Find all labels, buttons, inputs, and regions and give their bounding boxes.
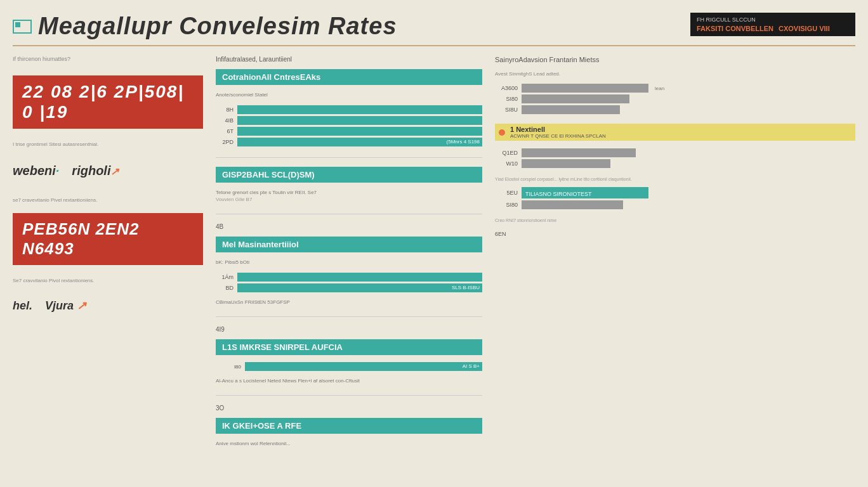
brand-logo-3: hel. — [13, 299, 32, 313]
metric-sub-2: Se7 cravvitanio Pivol rextantioniens. — [13, 277, 203, 284]
brand-logo-4: Vjura ↗ — [45, 299, 86, 313]
bar-row: 6T — [216, 127, 482, 136]
page-container: FH RIGCULL SLCCUN FAKSITI CONVBELLEN CXO… — [0, 0, 868, 487]
top-right-line2: FAKSITI CONVBELLEN CXOVISIGU VIII — [697, 25, 849, 32]
highlight-row: 1 Nextinell ACWNR T QNSE CE El RXHINA SP… — [495, 124, 855, 141]
section1-title: CotrahionAll CntresEAks — [216, 69, 482, 85]
bottom-note-2: Creo RNI7 stionriorstioenl nime — [495, 218, 855, 223]
bar-row: SI80 — [495, 200, 855, 209]
bar-row: 4IB — [216, 116, 482, 125]
brand-logo-2: righoli↗ — [72, 164, 119, 178]
page-title: Meagallupr Convelesim Rates — [38, 13, 397, 40]
left-subtitle-1: If thircenon hiumattes? — [13, 56, 203, 66]
section3-note: CBimaUxSn FRiIStEN 53FGFSP — [216, 299, 482, 305]
section3-sub: bK: Pibsi5 bOti — [216, 259, 482, 265]
right-header: SainyroAdavsion Frantarin Mietss — [495, 56, 855, 63]
top-right-label-a: FAKSITI CONVBELLEN — [697, 25, 773, 32]
section1-bars: 8H 4IB 6T 2PD (5Mnrs 4 S198 — [216, 105, 482, 148]
section3-bars: 1Ám BD SLS B-ISBU — [216, 273, 482, 294]
metric-box-2: PEB56N 2EN2 N6493 — [13, 213, 203, 265]
right-bars-1: A3600 lean SI80 SI8U — [495, 84, 855, 116]
bar-row: 2PD (5Mnrs 4 S198 — [216, 138, 482, 146]
bar-row: BD SLS B-ISBU — [216, 283, 482, 292]
bar-row: I80 AI S B+ — [216, 362, 482, 371]
top-right-box: FH RIGCULL SLCCUN FAKSITI CONVBELLEN CXO… — [690, 13, 855, 36]
right-column: SainyroAdavsion Frantarin Mietss Avest S… — [495, 56, 855, 486]
divider — [216, 316, 482, 317]
metric-box-1: 22 08 2|6 2P|508| 0 |19 — [13, 75, 203, 129]
brands-row-2: hel. Vjura ↗ — [13, 299, 203, 313]
section2-note: Tetone grenorl cles pte s Toulin viir RE… — [216, 190, 482, 202]
main-content: If thircenon hiumattes? 22 08 2|6 2P|508… — [13, 56, 855, 486]
section4-title: L1S IMKRSE SNIRPEL AUFCIA — [216, 339, 482, 355]
highlight-dot — [499, 129, 505, 136]
bar-row: SI8U — [495, 105, 855, 114]
bar-row: 8H — [216, 105, 482, 114]
teal-bar-text: TILIASNO SIRONIOTEST — [522, 191, 592, 197]
left-column: If thircenon hiumattes? 22 08 2|6 2P|508… — [13, 56, 203, 486]
right-bars-3: 5EU TILIASNO SIRONIOTEST SI80 — [495, 187, 855, 211]
header-icon — [13, 20, 32, 34]
divider — [216, 214, 482, 214]
bottom-note-1: Yiad Elostiol corspiel corpasel... lyitn… — [495, 176, 855, 182]
section4-bars: I80 AI S B+ — [216, 362, 482, 373]
divider — [216, 395, 482, 396]
brands-row-1: webeni· righoli↗ — [13, 164, 203, 178]
brand-logo-1: webeni· — [13, 164, 59, 178]
metric-sub-1: I trise grontimel Sitesi autasresenthial… — [13, 141, 203, 148]
section5-note: Anive mstionm wol Retenntionil... — [216, 441, 482, 446]
middle-column: Infifautralased, Larauntiienl CotrahionA… — [216, 56, 482, 486]
section5-title: IK GKEI+OSE A RFE — [216, 418, 482, 434]
label-gen: 6EN — [495, 231, 855, 237]
highlight-label: 1 Nextinell — [510, 126, 606, 133]
left-subtitle-2: se7 cravevitanio Pivel rextantioniiens. — [13, 197, 203, 204]
section1-sub: Anote/sconomiel Statel — [216, 92, 482, 98]
bar-row: W10 — [495, 159, 855, 168]
bar-row: SI80 — [495, 94, 855, 103]
mid-header: Infifautralased, Larauntiienl — [216, 56, 482, 63]
section4-header: 4I9 — [216, 326, 482, 333]
bar-row: 1Ám — [216, 273, 482, 282]
bar-row: A3600 lean — [495, 84, 855, 93]
section2-title: GISP2BAHL SCL(D)SM) — [216, 167, 482, 183]
section4-note2: Al-Ancu a s Locistenel Neted Ntews Flen+… — [216, 378, 482, 384]
divider — [216, 157, 482, 158]
section3-header: 4B — [216, 223, 482, 230]
top-right-line1: FH RIGCULL SLCCUN — [697, 16, 849, 23]
right-bars-2: Q1ED W10 — [495, 148, 855, 170]
right-subtitle: Avest SinmitghS Lead adted. — [495, 71, 855, 77]
bar-row: 5EU TILIASNO SIRONIOTEST — [495, 187, 855, 198]
section5-header: 3O — [216, 405, 482, 412]
bar-row: Q1ED — [495, 148, 855, 157]
top-right-label-b: CXOVISIGU VIII — [779, 25, 830, 32]
section3-title: Mel Masinantertiiiol — [216, 237, 482, 252]
highlight-sub: ACWNR T QNSE CE El RXHINA SPCLAN — [510, 133, 606, 139]
